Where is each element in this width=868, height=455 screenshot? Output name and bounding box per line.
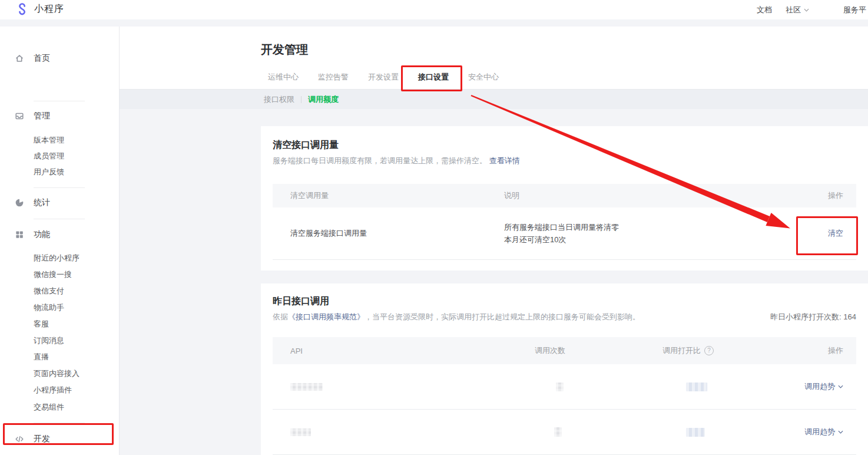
clear-row-name: 清空服务端接口调用量 — [273, 228, 504, 239]
chevron-down-icon — [838, 385, 843, 388]
col-header-call-open-ratio: 调用打开比 — [662, 345, 701, 356]
tab-monitor-alert[interactable]: 监控告警 — [318, 72, 349, 83]
redacted-call-count — [554, 427, 562, 437]
yesterday-calls-card: 昨日接口调用 依据《接口调用频率规范》，当平台资源受限时，实际调用打开比超过规定… — [261, 283, 868, 455]
sidebar-item-features[interactable]: 功能 — [0, 229, 119, 240]
logo-text: 小程序 — [34, 3, 64, 15]
col-header-clear-quota: 清空调用量 — [273, 190, 504, 201]
redacted-call-count — [556, 383, 564, 391]
sidebar-item-logistics[interactable]: 物流助手 — [34, 302, 64, 313]
sidebar-item-customer-service[interactable]: 客服 — [34, 319, 49, 329]
page-title: 开发管理 — [261, 42, 308, 58]
clear-quota-title: 清空接口调用量 — [273, 126, 856, 150]
main-header: 开发管理 运维中心 监控告警 开发设置 接口设置 安全中心 — [120, 27, 868, 90]
clear-quota-card: 清空接口调用量 服务端接口每日调用额度有限，若调用量达上限，需操作清空。 查看详… — [261, 126, 868, 271]
sidebar-item-subscribe-message[interactable]: 订阅消息 — [34, 335, 64, 346]
sidebar-item-page-content[interactable]: 页面内容接入 — [34, 368, 79, 379]
clear-row-description: 所有服务端接口当日调用量将清零 本月还可清空10次 — [504, 221, 828, 246]
miniprogram-logo[interactable]: 小程序 — [15, 2, 64, 16]
subtab-call-quota[interactable]: 调用额度 — [308, 94, 339, 105]
view-details-link[interactable]: 查看详情 — [489, 156, 520, 165]
top-bar: 小程序 文档 社区 服务平 — [0, 0, 868, 19]
sidebar-divider — [34, 187, 85, 188]
tab-ops-center[interactable]: 运维中心 — [268, 72, 299, 83]
topbar-link-community[interactable]: 社区 — [786, 5, 809, 15]
sidebar-item-version-manage[interactable]: 版本管理 — [34, 135, 64, 146]
subtab-bar: 接口权限 调用额度 — [120, 90, 868, 109]
sidebar-item-wxpay[interactable]: 微信支付 — [34, 286, 64, 296]
home-icon — [15, 54, 24, 63]
help-icon[interactable]: ? — [704, 346, 714, 355]
api-table-header: API 调用次数 调用打开比 ? 操作 — [273, 337, 856, 364]
sidebar-item-user-feedback[interactable]: 用户反馈 — [34, 167, 64, 177]
subtab-divider — [301, 96, 302, 103]
topbar-link-docs[interactable]: 文档 — [757, 5, 772, 15]
sidebar-item-develop[interactable]: 开发 — [0, 433, 119, 445]
pie-chart-icon — [15, 198, 24, 207]
topbar-link-service[interactable]: 服务平 — [843, 5, 866, 15]
call-trend-link[interactable]: 调用趋势 — [804, 381, 856, 392]
yesterday-open-count: 昨日小程序打开次数: 164 — [770, 312, 856, 322]
sidebar-divider — [34, 101, 85, 101]
api-table-row: 调用趋势 — [273, 410, 856, 455]
redacted-api-name — [290, 383, 323, 391]
col-header-description: 说明 — [504, 190, 828, 201]
sidebar-divider — [34, 423, 85, 423]
redacted-call-ratio — [686, 383, 707, 391]
tab-security-center[interactable]: 安全中心 — [468, 72, 499, 83]
sidebar-item-nearby[interactable]: 附近的小程序 — [34, 253, 79, 263]
table-row: 清空服务端接口调用量 所有服务端接口当日调用量将清零 本月还可清空10次 清空 — [273, 207, 856, 260]
sidebar-item-stats[interactable]: 统计 — [0, 197, 119, 209]
sidebar: 首页 管理 版本管理 成员管理 用户反馈 统计 功能 附近的小程序 微信搜一搜 … — [0, 27, 120, 455]
redacted-api-name — [290, 428, 311, 436]
clear-quota-desc: 服务端接口每日调用额度有限，若调用量达上限，需操作清空。 查看详情 — [273, 156, 856, 166]
sidebar-item-manage[interactable]: 管理 — [0, 110, 119, 122]
api-table-row: 调用趋势 — [273, 364, 856, 410]
call-trend-link[interactable]: 调用趋势 — [804, 427, 856, 437]
subtab-api-permission[interactable]: 接口权限 — [264, 94, 294, 105]
inbox-icon — [15, 111, 24, 121]
sidebar-item-member-manage[interactable]: 成员管理 — [34, 151, 64, 161]
frequency-spec-link[interactable]: 《接口调用频率规范》 — [288, 312, 365, 321]
tab-bar: 运维中心 监控告警 开发设置 接口设置 安全中心 — [268, 65, 499, 89]
code-icon — [15, 434, 24, 444]
sidebar-item-live[interactable]: 直播 — [34, 352, 49, 362]
yesterday-calls-title: 昨日接口调用 — [273, 283, 856, 306]
grid-icon — [15, 230, 24, 239]
tab-api-settings[interactable]: 接口设置 — [418, 72, 449, 83]
sidebar-item-trade-component[interactable]: 交易组件 — [34, 402, 64, 413]
sidebar-divider — [34, 219, 85, 219]
col-header-action: 操作 — [828, 190, 856, 201]
sidebar-item-plugin[interactable]: 小程序插件 — [34, 385, 72, 395]
col-header-call-count: 调用次数 — [535, 345, 662, 356]
sidebar-item-search[interactable]: 微信搜一搜 — [34, 269, 72, 280]
col-header-action2: 操作 — [828, 345, 856, 356]
chevron-down-icon — [804, 8, 809, 12]
miniprogram-logo-icon — [15, 2, 29, 16]
clear-table-header: 清空调用量 说明 操作 — [273, 184, 856, 207]
chevron-down-icon — [838, 430, 843, 434]
redacted-call-ratio — [686, 428, 705, 437]
sidebar-item-home[interactable]: 首页 — [0, 52, 119, 64]
tab-dev-settings[interactable]: 开发设置 — [368, 72, 399, 83]
clear-button[interactable]: 清空 — [828, 229, 843, 238]
yesterday-calls-desc: 依据《接口调用频率规范》，当平台资源受限时，实际调用打开比超过规定上限的接口服务… — [273, 312, 640, 322]
col-header-api: API — [273, 347, 535, 355]
